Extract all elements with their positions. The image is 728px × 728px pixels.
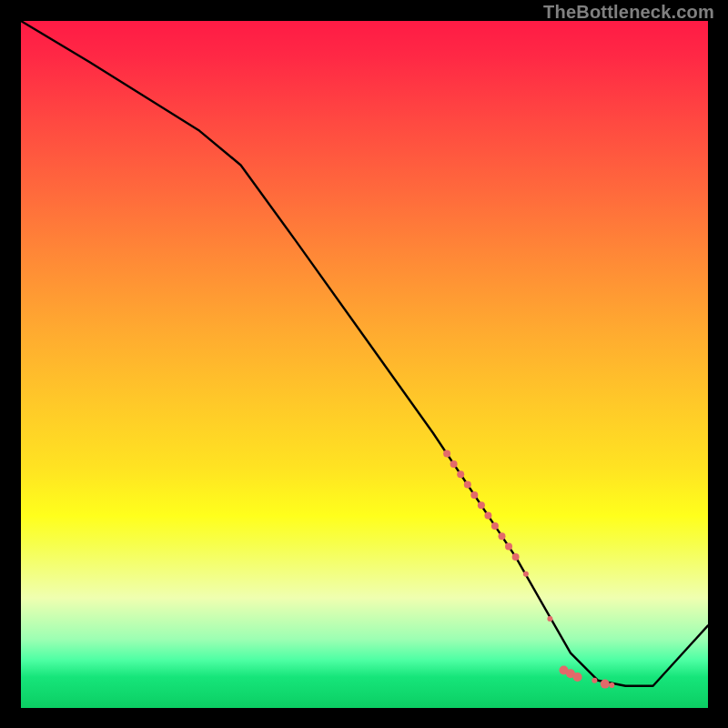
marker-dot [490,521,498,529]
plot-area [21,21,708,708]
marker-dot [547,615,552,621]
watermark-text: TheBottleneck.com [543,2,714,23]
marker-dot [600,679,609,688]
marker-dot [477,501,484,509]
marker-dot [522,571,528,576]
marker-dot [592,677,597,682]
marker-dot [457,470,464,478]
marker-dot [470,491,478,499]
marker-dot [609,682,614,688]
chart-svg [21,21,708,708]
marker-dot [498,532,505,540]
marker-cluster [443,450,614,688]
marker-dot [484,511,491,519]
marker-dot [511,552,519,560]
marker-dot [572,672,581,682]
marker-dot [443,450,450,457]
marker-dot [450,460,457,468]
chart-frame: TheBottleneck.com [0,0,728,728]
marker-dot [505,542,512,550]
curve-line [21,21,708,686]
marker-dot [463,480,470,488]
